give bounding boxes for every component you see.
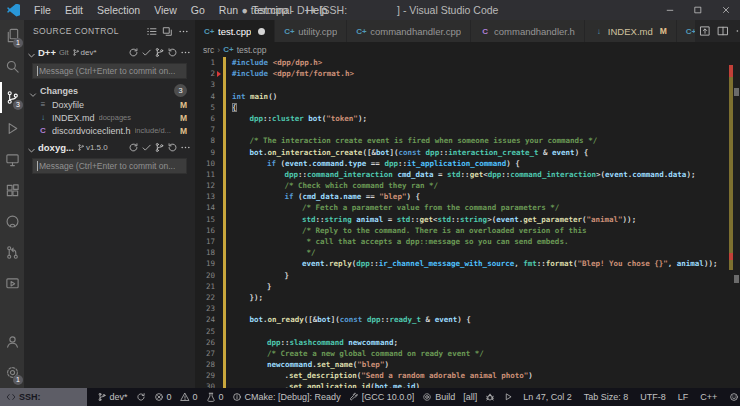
close-button[interactable]: .f{fill:currentColor;stroke:none} <box>712 0 740 20</box>
changed-file-row[interactable]: ≡DoxyfileM <box>24 98 195 111</box>
menu-go[interactable]: Go <box>184 0 212 20</box>
code-text[interactable]: /* Check which command they ran */ <box>226 180 438 191</box>
ruler-error-mark[interactable] <box>729 253 733 260</box>
code-text[interactable]: newcommand.set_name("blep") <box>226 359 389 370</box>
status-sync-changes[interactable]: .f{fill:currentColor;stroke:none} <box>132 388 150 406</box>
tab-commandhandler-cpp[interactable]: C+commandhandler.cpp <box>347 20 471 42</box>
breadcrumb-file[interactable]: test.cpp <box>237 45 267 55</box>
code-line[interactable]: 9bot.on_interaction_create([&bot](const … <box>195 147 740 158</box>
repo-row-1[interactable]: .f{fill:currentColor;stroke:none}D++Git.… <box>24 44 195 60</box>
code-text[interactable] <box>226 124 232 135</box>
code-text[interactable]: dpp::slashcommand newcommand; <box>226 337 398 348</box>
line-number[interactable]: 22 <box>195 292 215 303</box>
status-cmake-launch[interactable]: .f{fill:currentColor;stroke:none} <box>499 388 517 406</box>
line-number[interactable]: 15 <box>195 214 215 225</box>
code-line[interactable]: 16/* Reply to the command. There is an o… <box>195 225 740 236</box>
code-text[interactable]: }); <box>226 292 263 303</box>
line-number[interactable]: 14 <box>195 202 215 213</box>
line-number[interactable]: 12 <box>195 180 215 191</box>
activity-item-search[interactable]: .f{fill:currentColor;stroke:none} <box>0 51 24 82</box>
code-line[interactable]: 20} <box>195 270 740 281</box>
repo-branch[interactable]: .f{fill:currentColor;stroke:none}v1.5.0 <box>77 143 108 152</box>
code-line[interactable]: 11dpp::command_interaction cmd_data = st… <box>195 169 740 180</box>
activity-item-remote-explorer[interactable]: .f{fill:currentColor;stroke:none} <box>0 144 24 175</box>
status-cmake-status[interactable]: .f{fill:currentColor;stroke:none}CMake: … <box>228 388 345 406</box>
menu-view[interactable]: View <box>147 0 184 20</box>
code-line[interactable]: 18 */ <box>195 247 740 258</box>
code-line[interactable]: 2#include <dpp/fmt/format.h> <box>195 68 740 79</box>
status-errors[interactable]: .f{fill:currentColor;stroke:none}0 <box>150 388 176 406</box>
code-line[interactable]: 23 <box>195 303 740 314</box>
code-line[interactable]: 12/* Check which command they ran */ <box>195 180 740 191</box>
line-number[interactable]: 4 <box>195 91 215 102</box>
code-line[interactable]: 21} <box>195 281 740 292</box>
menu-help[interactable]: Help <box>299 0 335 20</box>
menu-file[interactable]: File <box>27 0 58 20</box>
code-line[interactable]: 27/* Create a new global command on read… <box>195 348 740 359</box>
code-text[interactable] <box>226 326 232 337</box>
status-remote[interactable]: .f{fill:currentColor;stroke:none}SSH: <box>0 388 87 406</box>
split-editor-icon[interactable]: .f{fill:currentColor;stroke:none} <box>714 22 732 40</box>
more-icon[interactable]: .f{fill:currentColor;stroke:none} <box>179 44 192 60</box>
status-cmake-debug[interactable]: .f{fill:currentColor;stroke:none} <box>481 388 499 406</box>
code-line[interactable]: 28newcommand.set_name("blep") <box>195 359 740 370</box>
line-number[interactable]: 23 <box>195 303 215 314</box>
code-text[interactable]: if (event.command.type == dpp::it_applic… <box>226 158 520 169</box>
repo-branch[interactable]: .f{fill:currentColor;stroke:none}dev* <box>72 48 97 57</box>
code-line[interactable]: 3 <box>195 79 740 90</box>
line-number[interactable]: 21 <box>195 281 215 292</box>
status-warnings[interactable]: .f{fill:currentColor;stroke:none}0 <box>176 388 202 406</box>
more-icon[interactable]: .f{fill:currentColor;stroke:none} <box>175 23 191 39</box>
code-line[interactable]: 15std::string animal = std::get<std::str… <box>195 214 740 225</box>
code-text[interactable]: * call that accepts a dpp::message so yo… <box>226 236 568 247</box>
scrollbar-mark[interactable] <box>734 88 739 96</box>
line-number[interactable]: 19 <box>195 258 215 269</box>
code-text[interactable]: { <box>226 102 237 113</box>
status-git-branch[interactable]: .f{fill:currentColor;stroke:none}dev* <box>93 388 132 406</box>
code-line[interactable]: 24bot.on_ready([&bot](const dpp::ready_t… <box>195 314 740 325</box>
status-tests[interactable]: .f{fill:currentColor;stroke:none}0 <box>202 388 228 406</box>
tab-utility-cpp[interactable]: C+utility.cpp <box>275 20 347 42</box>
code-text[interactable]: bot.on_ready([&bot](const dpp::ready_t &… <box>226 314 471 325</box>
line-number[interactable]: 8 <box>195 135 215 146</box>
status-cmake-build[interactable]: .f{fill:currentColor;stroke:none}Build <box>418 388 459 406</box>
code-text[interactable]: std::string animal = std::get<std::strin… <box>226 214 636 225</box>
line-number[interactable]: 5 <box>195 102 215 113</box>
line-number[interactable]: 24 <box>195 314 215 325</box>
view-as-tree-icon[interactable]: .f{fill:currentColor;stroke:none} <box>143 23 159 39</box>
code-text[interactable]: } <box>226 281 272 292</box>
line-number[interactable]: 16 <box>195 225 215 236</box>
code-text[interactable]: #include <dpp/dpp.h> <box>226 57 322 68</box>
code-line[interactable]: 17 * call that accepts a dpp::message so… <box>195 236 740 247</box>
more-icon[interactable]: .f{fill:currentColor;stroke:none} <box>179 139 192 155</box>
tab-commandhandler-h[interactable]: Ccommandhandler.h <box>471 20 585 42</box>
line-number[interactable]: 18 <box>195 247 215 258</box>
code-text[interactable]: .set_description("Send a random adorable… <box>226 370 533 381</box>
commit-message-input[interactable]: Message (Ctrl+Enter to commit on... <box>32 158 187 174</box>
commit-icon[interactable]: .f{fill:currentColor;stroke:none} <box>140 139 153 155</box>
line-number[interactable]: 25 <box>195 326 215 337</box>
code-text[interactable]: dpp::command_interaction cmd_data = std:… <box>226 169 695 180</box>
branch-icon[interactable]: .f{fill:currentColor;stroke:none} <box>153 44 166 60</box>
activity-item-source-control[interactable]: .f{fill:currentColor;stroke:none}3 <box>0 82 24 113</box>
activity-item-pull-requests[interactable]: .f{fill:currentColor;stroke:none} <box>0 237 24 268</box>
maximize-button[interactable]: .f{fill:currentColor;stroke:none} <box>684 0 712 20</box>
status-encoding[interactable]: UTF-8 <box>634 388 672 406</box>
scrollbar-mark[interactable] <box>734 275 739 283</box>
activity-item-github[interactable]: .f{fill:currentColor;stroke:none} <box>0 206 24 237</box>
changed-file-row[interactable]: Cdiscordvoiceclient.hinclude/d...M <box>24 124 195 137</box>
tab-sslcli[interactable]: C+sslcli <box>677 20 696 42</box>
code-line[interactable]: 29.set_description("Send a random adorab… <box>195 370 740 381</box>
line-number[interactable]: 29 <box>195 370 215 381</box>
menu-selection[interactable]: Selection <box>90 0 147 20</box>
minimize-button[interactable]: .f{fill:currentColor;stroke:none} <box>656 0 684 20</box>
line-number[interactable]: 11 <box>195 169 215 180</box>
line-number[interactable]: 20 <box>195 270 215 281</box>
menu-terminal[interactable]: Terminal <box>245 0 299 20</box>
ruler-modified-bar[interactable] <box>729 65 733 270</box>
code-line[interactable]: 10if (event.command.type == dpp::it_appl… <box>195 158 740 169</box>
status-cmake-target[interactable]: [all] <box>459 388 481 406</box>
code-text[interactable]: dpp::cluster bot("token"); <box>226 113 367 124</box>
status-language-mode[interactable]: C++ <box>694 388 723 406</box>
code-text[interactable]: /* Reply to the command. There is an ove… <box>226 225 586 236</box>
